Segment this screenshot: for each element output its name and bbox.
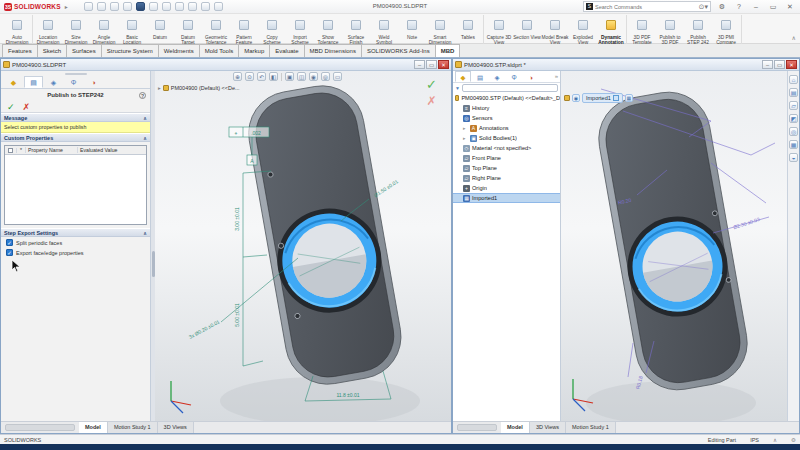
ribbon-3d-pmi-compare[interactable]: 3D PMI Compare bbox=[712, 15, 740, 45]
ribbon-datum[interactable]: Datum bbox=[146, 15, 174, 40]
ribbon-section-view[interactable]: Section View bbox=[513, 15, 541, 40]
export-face-edge-properties-checkbox[interactable]: ✓ bbox=[6, 249, 13, 256]
ribbon-smart-dimension[interactable]: Smart Dimension bbox=[426, 15, 454, 45]
ribbon-weld-symbol[interactable]: Weld Symbol bbox=[370, 15, 398, 45]
taskpane-forum-icon[interactable]: ◒ bbox=[789, 153, 798, 162]
custom-properties-section-header[interactable]: Custom Properties ∧ bbox=[1, 133, 150, 142]
zoom-fit-icon[interactable]: ⊕ bbox=[233, 72, 242, 81]
tree-item-origin[interactable]: +Origin bbox=[453, 183, 560, 193]
select-icon[interactable] bbox=[175, 2, 184, 11]
ribbon-angle-dimension[interactable]: Angle Dimension bbox=[90, 15, 118, 45]
taskpane-home-icon[interactable]: ⌂ bbox=[789, 75, 798, 84]
annotations-expand-icon[interactable]: ▸ bbox=[463, 125, 468, 131]
tree-item-right-plane[interactable]: ▱Right Plane bbox=[453, 173, 560, 183]
right-horizontal-scrollbar[interactable] bbox=[457, 424, 497, 431]
search-commands-input[interactable] bbox=[595, 4, 699, 10]
hide-show-eye-icon[interactable]: ◉ bbox=[572, 94, 580, 102]
property-manager-tab[interactable]: ▤ bbox=[24, 76, 43, 88]
confirm-cancel-icon[interactable]: ✗ bbox=[426, 94, 437, 108]
taskpane-file-explorer-icon[interactable]: ▱ bbox=[789, 101, 798, 110]
search-commands-box[interactable]: S ⊙ ▾ bbox=[583, 1, 711, 12]
command-cancel-button[interactable]: ✗ bbox=[23, 102, 31, 112]
taskpane-appearances-icon[interactable]: ◩ bbox=[789, 114, 798, 123]
app-close-button[interactable]: ✕ bbox=[784, 3, 796, 11]
section-view-icon[interactable]: ◧ bbox=[269, 72, 278, 81]
rebuild-icon[interactable] bbox=[188, 2, 197, 11]
zoom-area-icon[interactable]: ⊙ bbox=[245, 72, 254, 81]
dimxpert-manager-tab[interactable]: Φ bbox=[64, 76, 83, 88]
left-window-restore-button[interactable]: ▭ bbox=[426, 60, 437, 69]
tab-markup[interactable]: Markup bbox=[238, 44, 270, 57]
tree-item-imported1[interactable]: ▦Imported1 bbox=[453, 193, 560, 203]
ribbon-surface-finish[interactable]: Surface Finish bbox=[342, 15, 370, 45]
tabs-overflow-icon[interactable]: » bbox=[555, 71, 560, 82]
right-window-restore-button[interactable]: ▭ bbox=[774, 60, 785, 69]
step-export-settings-section-header[interactable]: Step Export Settings ∧ bbox=[1, 228, 150, 237]
right-dimxpert-manager-tab[interactable]: Φ bbox=[506, 71, 522, 82]
ribbon-size-dimension[interactable]: Size Dimension bbox=[62, 15, 90, 45]
tab-structure-system[interactable]: Structure System bbox=[101, 44, 159, 57]
solid-bodies-expand-icon[interactable]: ▸ bbox=[463, 135, 468, 141]
tab-weldments[interactable]: Weldments bbox=[158, 44, 200, 57]
status-gear-icon[interactable]: ⚙ bbox=[791, 437, 796, 443]
app-restore-button[interactable]: ▭ bbox=[767, 3, 779, 11]
tab-mbd-dimensions[interactable]: MBD Dimensions bbox=[304, 44, 362, 57]
redo-icon[interactable] bbox=[162, 2, 171, 11]
graphics-area-left[interactable]: ⌖ .002 A 3.00 ±0.01 5.00 ±0.01 Ø1.50 ±0.… bbox=[155, 71, 451, 421]
right-feature-manager-tab[interactable]: ◆ bbox=[455, 71, 471, 82]
custom-properties-table[interactable]: * Property Name Evaluated Value bbox=[4, 145, 147, 225]
status-caret-icon[interactable]: ∧ bbox=[773, 437, 777, 443]
taskpane-design-library-icon[interactable]: ▤ bbox=[789, 88, 798, 97]
flyout-expand-icon[interactable]: ▸ bbox=[158, 85, 161, 91]
edit-appearance-icon[interactable]: ◎ bbox=[321, 72, 330, 81]
ribbon-tables[interactable]: Tables bbox=[454, 15, 482, 40]
confirm-ok-icon[interactable]: ✓ bbox=[426, 77, 437, 92]
right-tab-motion-study-1[interactable]: Motion Study 1 bbox=[566, 422, 616, 433]
command-help-icon[interactable]: ? bbox=[139, 92, 146, 99]
ribbon-collapse-icon[interactable]: ∧ bbox=[792, 34, 796, 41]
tree-root[interactable]: PM004900.STP (Default) <<Default>_D bbox=[453, 93, 560, 103]
step-settings-collapse-icon[interactable]: ∧ bbox=[143, 230, 147, 236]
ribbon-note[interactable]: Note bbox=[398, 15, 426, 40]
tab-surfaces[interactable]: Surfaces bbox=[66, 44, 102, 57]
tree-item-top-plane[interactable]: ▱Top Plane bbox=[453, 163, 560, 173]
tab-solidworks-add-ins[interactable]: SOLIDWORKS Add-Ins bbox=[361, 44, 436, 57]
option-split-periodic-faces[interactable]: ✓ Split periodic faces bbox=[1, 237, 150, 247]
search-dropdown-icon[interactable]: ▾ bbox=[704, 3, 708, 11]
display-manager-tab[interactable]: ◑ bbox=[84, 76, 103, 88]
tree-item-annotations[interactable]: ▸AAnnotations bbox=[453, 123, 560, 133]
split-periodic-faces-checkbox[interactable]: ✓ bbox=[6, 239, 13, 246]
context-action-icon[interactable]: ▦ bbox=[625, 94, 633, 102]
imported1-context-chip[interactable]: Imported1 bbox=[582, 93, 623, 103]
ribbon-exploded-view[interactable]: Exploded View bbox=[569, 15, 597, 45]
graphics-area-right[interactable]: R0.20 Ø2.30 ±0.03 R0.18 ◉ Imported1 bbox=[561, 71, 787, 421]
left-horizontal-scrollbar[interactable] bbox=[5, 424, 75, 431]
right-window-close-button[interactable]: ✕ bbox=[786, 60, 797, 69]
feature-manager-tab[interactable]: ◆ bbox=[4, 76, 23, 88]
tree-item-history[interactable]: ≡History bbox=[453, 103, 560, 113]
option-export-face-edge-properties[interactable]: ✓ Export face/edge properties bbox=[1, 247, 150, 257]
right-window-minimize-button[interactable]: – bbox=[762, 60, 773, 69]
ribbon-pattern-feature[interactable]: Pattern Feature bbox=[230, 15, 258, 45]
tab-evaluate[interactable]: Evaluate bbox=[269, 44, 304, 57]
ribbon-capture-3d-view[interactable]: Capture 3D View bbox=[485, 15, 513, 45]
tree-item-front-plane[interactable]: ▱Front Plane bbox=[453, 153, 560, 163]
print-icon[interactable] bbox=[136, 2, 145, 11]
save-icon[interactable] bbox=[123, 2, 132, 11]
left-tab-model[interactable]: Model bbox=[79, 422, 108, 433]
right-configuration-manager-tab[interactable]: ◈ bbox=[489, 71, 505, 82]
part-model-right[interactable] bbox=[592, 86, 754, 397]
tree-item-solid-bodies[interactable]: ▸▣Solid Bodies(1) bbox=[453, 133, 560, 143]
part-model[interactable] bbox=[242, 79, 408, 391]
menu-flyout-arrow[interactable]: ▸ bbox=[65, 3, 68, 10]
ribbon-location-dimension[interactable]: Location Dimension bbox=[34, 15, 62, 45]
left-window-minimize-button[interactable]: – bbox=[414, 60, 425, 69]
tab-features[interactable]: Features bbox=[2, 44, 38, 57]
right-tab-3d-views[interactable]: 3D Views bbox=[530, 422, 566, 433]
configuration-manager-tab[interactable]: ◈ bbox=[44, 76, 63, 88]
ribbon-model-break-view[interactable]: Model Break View bbox=[541, 15, 569, 45]
right-tab-model[interactable]: Model bbox=[501, 422, 530, 433]
new-file-icon[interactable] bbox=[97, 2, 106, 11]
help-options-gear-icon[interactable]: ⚙ bbox=[716, 3, 728, 11]
left-3d-scene[interactable]: ⌖ .002 A 3.00 ±0.01 5.00 ±0.01 Ø1.50 ±0.… bbox=[155, 71, 451, 421]
